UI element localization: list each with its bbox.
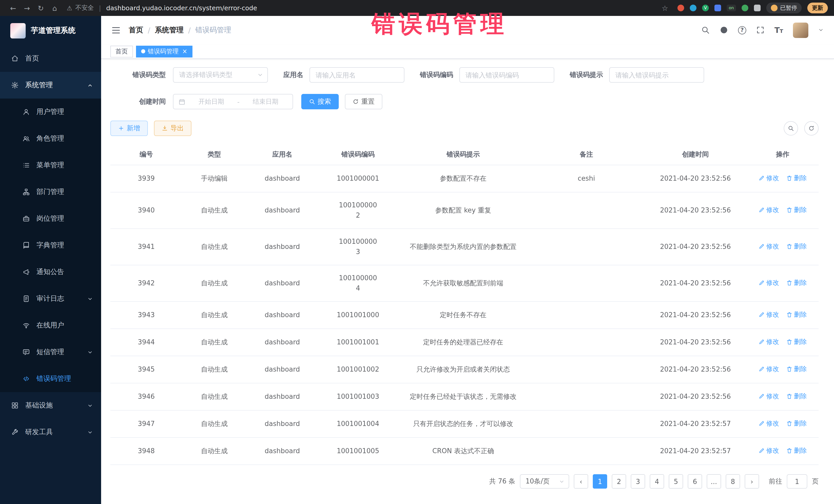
cell-app: dashboard (246, 438, 318, 465)
extension-on-badge[interactable]: on (727, 5, 736, 11)
menu-fold-icon[interactable] (111, 26, 120, 35)
delete-link[interactable]: 删除 (786, 241, 807, 251)
cell-hint: 只有开启状态的任务，才可以修改 (398, 410, 529, 438)
error-hint-input[interactable] (609, 67, 704, 83)
close-icon[interactable]: × (182, 48, 187, 55)
home-icon (11, 55, 20, 62)
sidebar-item-roles[interactable]: 角色管理 (0, 125, 101, 152)
edit-icon (759, 339, 765, 345)
edit-link[interactable]: 修改 (759, 445, 779, 456)
page-button-4[interactable]: 4 (650, 474, 664, 489)
edit-link[interactable]: 修改 (759, 337, 779, 347)
page-button-1[interactable]: 1 (593, 474, 607, 489)
browser-update-button[interactable]: 更新 (807, 3, 828, 13)
toggle-search-button[interactable] (784, 121, 798, 135)
edit-link[interactable]: 修改 (759, 173, 779, 183)
page-button-5[interactable]: 5 (669, 474, 683, 489)
page-button-8[interactable]: 8 (726, 474, 740, 489)
delete-link[interactable]: 删除 (786, 445, 807, 456)
breadcrumb-home[interactable]: 首页 (129, 26, 143, 35)
extension-leaf-icon[interactable] (742, 5, 748, 11)
sidebar-item-positions[interactable]: 岗位管理 (0, 205, 101, 232)
sidebar-item-departments[interactable]: 部门管理 (0, 179, 101, 205)
reset-button[interactable]: 重置 (345, 94, 382, 109)
goto-page-input[interactable] (787, 474, 807, 489)
next-page-button[interactable]: › (745, 474, 759, 489)
sidebar-item-system[interactable]: 系统管理 (0, 72, 101, 98)
caret-down-icon[interactable] (818, 27, 824, 33)
delete-link[interactable]: 删除 (786, 364, 807, 374)
address-url[interactable]: dashboard.yudao.iocoder.cn/system/error-… (106, 4, 257, 12)
error-code-input[interactable] (459, 67, 554, 83)
sidebar-item-sms[interactable]: 短信管理 (0, 339, 101, 366)
edit-link[interactable]: 修改 (759, 391, 779, 401)
delete-link[interactable]: 删除 (786, 391, 807, 401)
profile-paused-chip[interactable]: 已暂停 (766, 3, 802, 13)
search-icon[interactable] (701, 26, 710, 35)
sidebar-item-dictionary[interactable]: 字典管理 (0, 232, 101, 259)
delete-link[interactable]: 删除 (786, 309, 807, 320)
edit-link[interactable]: 修改 (759, 278, 779, 288)
users-icon (23, 135, 31, 142)
page-size-select[interactable]: 10条/页 (520, 474, 569, 489)
app-logo-row[interactable]: 芋道管理系统 (0, 16, 101, 45)
sidebar-item-dev-tools[interactable]: 研发工具 (0, 419, 101, 445)
extensions-puzzle-icon[interactable] (754, 5, 761, 11)
extension-grid-icon[interactable] (715, 5, 721, 11)
sidebar-item-home[interactable]: 首页 (0, 45, 101, 72)
browser-reload-icon[interactable]: ↻ (34, 4, 48, 12)
prev-page-button[interactable]: ‹ (574, 474, 588, 489)
page-button-3[interactable]: 3 (631, 474, 645, 489)
delete-link[interactable]: 删除 (786, 278, 807, 288)
browser-home-icon[interactable]: ⌂ (48, 4, 62, 12)
bookmark-star-icon[interactable]: ☆ (658, 4, 672, 12)
browser-back-icon[interactable]: ← (6, 4, 20, 12)
page-button-2[interactable]: 2 (612, 474, 626, 489)
book-icon (23, 242, 31, 249)
date-range-picker[interactable]: 开始日期 - 结束日期 (173, 94, 293, 109)
delete-link[interactable]: 删除 (786, 173, 807, 183)
edit-icon (759, 366, 765, 372)
error-type-select[interactable]: 请选择错误码类型 (173, 67, 268, 83)
delete-link[interactable]: 删除 (786, 337, 807, 347)
user-avatar[interactable] (793, 23, 808, 38)
edit-link[interactable]: 修改 (759, 364, 779, 374)
breadcrumb-system[interactable]: 系统管理 (155, 26, 183, 35)
app-name-input[interactable] (309, 67, 404, 83)
sidebar-item-online-users[interactable]: 在线用户 (0, 312, 101, 339)
edit-link[interactable]: 修改 (759, 309, 779, 320)
sidebar-item-users[interactable]: 用户管理 (0, 98, 101, 125)
github-icon[interactable] (720, 26, 728, 35)
help-icon[interactable]: ? (738, 26, 746, 35)
tab-home[interactable]: 首页 (110, 46, 133, 58)
sidebar-item-menus[interactable]: 菜单管理 (0, 152, 101, 179)
edit-link[interactable]: 修改 (759, 205, 779, 215)
sidebar-item-error-code[interactable]: 错误码管理 (0, 366, 101, 392)
edit-link[interactable]: 修改 (759, 418, 779, 429)
extension-v-icon[interactable]: V (702, 5, 709, 11)
refresh-button[interactable] (804, 121, 819, 135)
tab-error-code[interactable]: 错误码管理 × (136, 46, 193, 58)
edit-link[interactable]: 修改 (759, 241, 779, 251)
delete-link[interactable]: 删除 (786, 418, 807, 429)
export-button[interactable]: 导出 (154, 120, 192, 136)
page-ellipsis[interactable]: ... (707, 474, 721, 489)
cell-code: 1001001001 (318, 329, 398, 356)
page-button-6[interactable]: 6 (688, 474, 702, 489)
cell-id: 3940 (110, 192, 182, 229)
sidebar-item-infrastructure[interactable]: 基础设施 (0, 392, 101, 419)
sidebar-item-audit-log[interactable]: 审计日志 (0, 285, 101, 312)
fullscreen-icon[interactable] (756, 26, 765, 35)
sidebar-item-notices[interactable]: 通知公告 (0, 259, 101, 285)
cell-hint: 定时任务已经处于该状态，无需修改 (398, 383, 529, 410)
extension-drop-icon[interactable] (690, 5, 697, 11)
message-icon (23, 349, 31, 356)
search-button[interactable]: 搜索 (301, 94, 339, 109)
extension-red-icon[interactable] (678, 5, 684, 11)
filter-row-2: 创建时间 开始日期 - 结束日期 搜索 重置 (110, 94, 819, 109)
font-size-icon[interactable]: TT (774, 26, 783, 35)
delete-link[interactable]: 删除 (786, 205, 807, 215)
security-chip[interactable]: ⚠ 不安全 | dashboard.yudao.iocoder.cn/syste… (67, 4, 257, 12)
browser-forward-icon[interactable]: → (20, 4, 34, 12)
add-button[interactable]: 新增 (110, 120, 148, 136)
